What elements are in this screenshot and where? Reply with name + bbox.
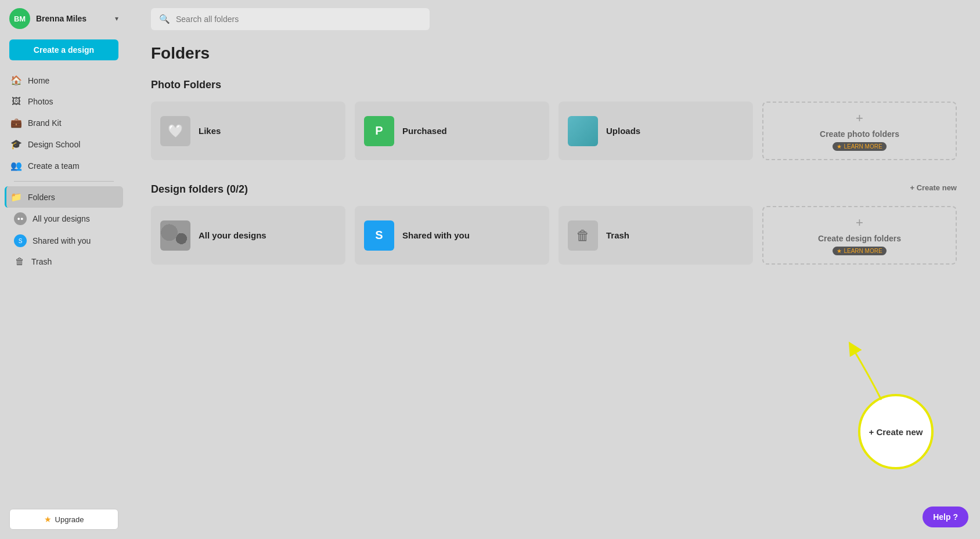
help-button[interactable]: Help ? [923,507,968,527]
folder-card-shared[interactable]: S Shared with you [355,206,549,265]
sidebar-item-all-designs[interactable]: ●● All your designs [5,208,123,230]
sidebar-divider [14,181,114,182]
sidebar-item-label: Photos [28,97,53,106]
folder-name-shared: Shared with you [402,230,470,240]
design-folders-header: Design folders (0/2) + Create new [151,183,957,196]
sidebar-bottom: ★ Upgrade [0,500,128,539]
folder-name-all-designs: All your designs [199,230,266,240]
create-design-folder-label: Create design folders [818,234,901,243]
folder-name-likes: Likes [199,126,221,136]
purchased-thumbnail: P [364,116,394,146]
sidebar-item-shared-with-you[interactable]: S Shared with you [5,230,123,252]
uploads-thumbnail [568,116,598,146]
search-box[interactable]: 🔍 [151,8,430,30]
sidebar-item-label: Brand Kit [28,118,62,128]
design-folders-grid: All your designs S Shared with you 🗑 Tra… [151,206,957,265]
folder-name-trash: Trash [606,230,629,240]
avatar: BM [9,8,30,29]
create-team-icon: 👥 [10,160,22,171]
folder-card-uploads[interactable]: Uploads [559,102,753,160]
learn-more-label: LEARN MORE [844,143,882,150]
all-designs-icon: ●● [14,212,27,225]
design-school-icon: 🎓 [10,139,22,150]
photo-folders-section: Photo Folders 🤍 Likes P Purchased Upload… [151,79,957,160]
create-design-button[interactable]: Create a design [9,39,118,60]
learn-more-badge-design[interactable]: ★ LEARN MORE [833,247,886,255]
home-icon: 🏠 [10,75,22,86]
photo-folders-grid: 🤍 Likes P Purchased Uploads + Create pho… [151,102,957,160]
folder-name-uploads: Uploads [606,126,640,136]
plus-icon: + [856,215,863,230]
upgrade-button[interactable]: ★ Upgrade [9,509,118,530]
sidebar-item-folders[interactable]: 📁 Folders [5,186,123,208]
learn-more-badge[interactable]: ★ LEARN MORE [833,142,886,151]
folder-card-trash[interactable]: 🗑 Trash [559,206,753,265]
sidebar-item-home[interactable]: 🏠 Home [5,70,123,91]
folder-card-purchased[interactable]: P Purchased [355,102,549,160]
trash-icon: 🗑 [14,256,26,267]
sidebar-item-create-team[interactable]: 👥 Create a team [5,155,123,176]
shared-thumbnail: S [364,220,394,251]
page-title: Folders [151,44,957,63]
create-photo-folder-card[interactable]: + Create photo folders ★ LEARN MORE [762,102,957,160]
plus-icon: + [856,111,863,126]
photo-folders-title: Photo Folders [151,79,957,91]
search-icon: 🔍 [159,14,170,24]
folders-icon: 📁 [10,191,22,202]
design-folders-section: Design folders (0/2) + Create new All yo… [151,183,957,265]
user-profile[interactable]: BM Brenna Miles ▾ [0,0,128,37]
sidebar-item-design-school[interactable]: 🎓 Design School [5,133,123,155]
sidebar-nav: 🏠 Home 🖼 Photos 💼 Brand Kit 🎓 Design Sch… [0,70,128,272]
sidebar-sub-label: Trash [31,257,52,266]
create-design-folder-card[interactable]: + Create design folders ★ LEARN MORE [762,206,957,265]
heart-icon: 🤍 [168,124,183,139]
sidebar-item-brand-kit[interactable]: 💼 Brand Kit [5,112,123,133]
sidebar-sub-label: Shared with you [33,236,91,245]
main-content: 🔍 Folders Photo Folders 🤍 Likes P Purcha… [128,0,980,539]
upgrade-label: Upgrade [55,515,84,524]
folder-card-likes[interactable]: 🤍 Likes [151,102,345,160]
sidebar-item-label: Design School [28,140,80,149]
sidebar-item-label: Folders [28,193,55,202]
likes-thumbnail: 🤍 [160,116,190,146]
sidebar-item-label: Home [28,76,49,85]
brand-kit-icon: 💼 [10,117,22,128]
chevron-down-icon: ▾ [115,15,118,23]
sidebar: BM Brenna Miles ▾ Create a design 🏠 Home… [0,0,128,539]
username: Brenna Miles [36,14,109,23]
topbar: 🔍 [151,0,957,38]
photos-icon: 🖼 [10,96,22,107]
sidebar-item-trash[interactable]: 🗑 Trash [5,252,123,272]
create-photo-folder-label: Create photo folders [820,129,899,139]
sidebar-sub-label: All your designs [33,214,90,223]
search-input[interactable] [176,15,421,24]
trash-thumbnail: 🗑 [568,220,598,251]
design-folders-title: Design folders (0/2) [151,183,248,196]
badge-star-icon: ★ [837,143,842,150]
star-icon: ★ [44,515,52,524]
sidebar-item-label: Create a team [28,161,80,171]
sidebar-item-photos[interactable]: 🖼 Photos [5,91,123,112]
all-designs-thumbnail [160,220,190,251]
create-new-button[interactable]: + Create new [910,183,957,192]
design-thumb-inner [160,220,190,251]
learn-more-label-design: LEARN MORE [844,248,882,254]
badge-star-icon: ★ [837,248,842,254]
shared-icon: S [14,234,27,247]
folder-name-purchased: Purchased [402,126,447,136]
folder-card-all-designs[interactable]: All your designs [151,206,345,265]
